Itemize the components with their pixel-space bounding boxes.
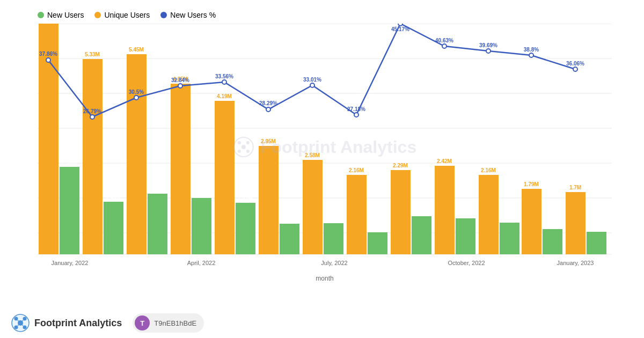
dot-oct22 xyxy=(442,44,447,48)
svg-text:January, 2022: January, 2022 xyxy=(52,260,89,266)
bar-unique-jun22 xyxy=(259,146,279,254)
bar-new-mar22 xyxy=(148,194,167,254)
svg-text:1.41M: 1.41M xyxy=(238,195,253,201)
bar-new-apr22 xyxy=(192,198,211,254)
bar-new-jul22 xyxy=(324,223,343,254)
bar-unique-apr22 xyxy=(171,84,191,254)
svg-text:1.7M: 1.7M xyxy=(569,185,581,190)
dot-may22 xyxy=(222,80,226,84)
svg-text:36.06%: 36.06% xyxy=(566,61,584,67)
dot-jan22 xyxy=(46,58,50,62)
bar-new-nov22 xyxy=(500,223,519,254)
dot-sep22 xyxy=(398,24,402,26)
chart-legend: New Users Unique Users New Users % xyxy=(38,5,612,24)
svg-text:39.69%: 39.69% xyxy=(479,42,497,48)
svg-text:2.42M: 2.42M xyxy=(437,158,452,164)
dot-nov22 xyxy=(486,49,491,53)
svg-text:0.6931M: 0.6931M xyxy=(542,222,563,227)
bar-unique-dec22 xyxy=(522,189,541,254)
bar-new-sep22 xyxy=(412,216,431,254)
svg-text:2.16M: 2.16M xyxy=(481,167,496,173)
svg-text:January, 2023: January, 2023 xyxy=(557,260,594,266)
svg-text:2.38M: 2.38M xyxy=(62,159,77,165)
legend-unique-users: Unique Users xyxy=(94,11,150,19)
dot-dec22 xyxy=(529,53,533,57)
svg-text:38.8%: 38.8% xyxy=(524,47,539,53)
new-users-pct-dot xyxy=(160,12,167,18)
token-id: T9nEB1hBdE xyxy=(154,319,196,327)
svg-text:1.04M: 1.04M xyxy=(414,209,429,215)
bar-new-feb22 xyxy=(104,202,123,254)
svg-text:5.33M: 5.33M xyxy=(85,52,100,57)
token-badge: T T9nEB1hBdE xyxy=(133,313,204,333)
bar-unique-feb22 xyxy=(83,59,103,254)
svg-text:45.17%: 45.17% xyxy=(391,26,409,32)
svg-text:1.43M: 1.43M xyxy=(106,194,121,200)
bar-new-oct22 xyxy=(456,218,475,254)
dot-jan23 xyxy=(573,67,577,71)
svg-text:33.56%: 33.56% xyxy=(215,74,233,79)
bar-unique-sep22 xyxy=(391,170,411,254)
svg-text:27.18%: 27.18% xyxy=(347,106,365,112)
bar-unique-oct22 xyxy=(435,166,455,254)
x-axis-label: month xyxy=(38,275,612,282)
svg-text:2.16M: 2.16M xyxy=(349,167,364,173)
chart-area: Footprint Analytics 6M 5.5M 5M 4.5M 4M 3… xyxy=(38,24,612,270)
dot-jul22 xyxy=(310,83,314,87)
svg-text:1.66M: 1.66M xyxy=(150,186,165,192)
bar-unique-may22 xyxy=(215,101,235,254)
bar-new-dec22 xyxy=(543,229,562,254)
new-users-label: New Users xyxy=(47,11,84,19)
svg-point-81 xyxy=(23,317,27,321)
svg-text:0.6M: 0.6M xyxy=(371,225,383,231)
bar-new-may22 xyxy=(236,203,255,254)
new-users-pct-label: New Users % xyxy=(170,11,216,19)
svg-text:5.45M: 5.45M xyxy=(129,47,144,53)
bar-new-aug22 xyxy=(368,232,387,254)
bar-unique-aug22 xyxy=(347,175,367,254)
bar-new-jun22 xyxy=(280,224,299,254)
new-users-dot xyxy=(38,12,44,18)
svg-text:July, 2022: July, 2022 xyxy=(321,260,347,266)
svg-point-80 xyxy=(14,317,18,321)
svg-text:0.8501M: 0.8501M xyxy=(323,216,344,222)
bar-unique-mar22 xyxy=(127,54,147,254)
bar-new-jan23 xyxy=(587,232,606,254)
dot-feb22 xyxy=(90,115,94,119)
brand-logo-icon xyxy=(11,313,30,333)
svg-text:October, 2022: October, 2022 xyxy=(448,260,485,266)
svg-text:26.79%: 26.79% xyxy=(83,108,101,114)
token-icon: T xyxy=(135,315,150,330)
dot-mar22 xyxy=(134,95,138,100)
svg-text:4.19M: 4.19M xyxy=(217,93,232,99)
brand-name: Footprint Analytics xyxy=(34,318,122,329)
svg-point-82 xyxy=(14,326,18,329)
svg-text:2.29M: 2.29M xyxy=(393,163,408,168)
svg-text:1.79M: 1.79M xyxy=(524,181,539,187)
svg-text:0.8358M: 0.8358M xyxy=(279,216,300,222)
svg-text:32.84%: 32.84% xyxy=(171,77,189,83)
svg-text:0.9824M: 0.9824M xyxy=(455,211,476,217)
svg-text:37.86%: 37.86% xyxy=(39,51,57,57)
svg-text:0.8575M: 0.8575M xyxy=(499,215,520,221)
svg-text:April, 2022: April, 2022 xyxy=(187,260,216,266)
svg-point-83 xyxy=(23,326,27,329)
svg-text:0.6133M: 0.6133M xyxy=(586,224,607,230)
svg-text:2.95M: 2.95M xyxy=(261,138,276,144)
chart-container: New Users Unique Users New Users % Footp… xyxy=(0,0,644,338)
dot-jun22 xyxy=(266,107,270,112)
dot-apr22 xyxy=(178,84,182,88)
svg-text:33.01%: 33.01% xyxy=(303,77,321,83)
svg-text:2.58M: 2.58M xyxy=(305,152,320,158)
svg-text:30.5%: 30.5% xyxy=(129,89,144,95)
svg-text:1.53M: 1.53M xyxy=(194,190,209,196)
unique-users-dot xyxy=(94,12,101,18)
chart-footer: Footprint Analytics T T9nEB1hBdE xyxy=(0,313,644,333)
bar-unique-jan23 xyxy=(566,192,586,254)
bar-unique-jul22 xyxy=(303,160,323,254)
dot-aug22 xyxy=(354,113,358,117)
brand-section: Footprint Analytics xyxy=(11,313,122,333)
legend-new-users-pct: New Users % xyxy=(160,11,216,19)
bar-unique-nov22 xyxy=(479,175,499,254)
bar-new-jan22 xyxy=(60,167,79,254)
